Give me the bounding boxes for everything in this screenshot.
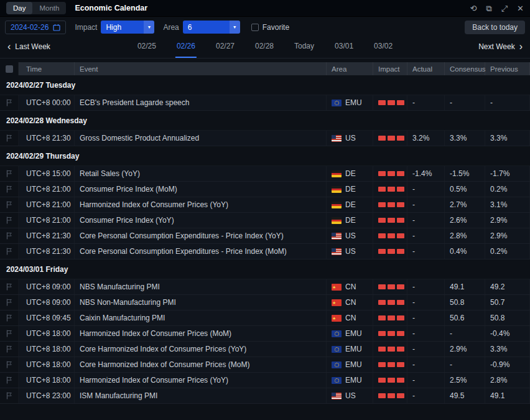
day-tab-02-26[interactable]: 02/26: [175, 35, 197, 58]
actual-value: -: [407, 295, 445, 310]
bookmark-icon[interactable]: [6, 314, 12, 322]
consensus-value: 49.1: [445, 279, 485, 294]
actual-value: -: [407, 182, 445, 197]
actual-value: -: [407, 228, 445, 243]
event-row[interactable]: UTC+8 00:00ECB's President Lagarde speec…: [0, 95, 530, 111]
event-row[interactable]: UTC+8 15:00Retail Sales (YoY)DE-1.4%-1.5…: [0, 166, 530, 182]
day-tab-03-01[interactable]: 03/01: [333, 35, 355, 58]
bookmark-icon[interactable]: [6, 201, 12, 208]
bookmark-icon[interactable]: [6, 345, 12, 353]
bookmark-icon[interactable]: [6, 134, 12, 142]
tab-month[interactable]: Month: [32, 2, 66, 14]
event-row[interactable]: UTC+8 18:00Core Harmonized Index of Cons…: [0, 342, 530, 357]
bookmark-icon[interactable]: [6, 299, 12, 306]
bookmark-cell[interactable]: [0, 182, 19, 197]
bookmark-icon[interactable]: [6, 232, 12, 240]
filter-bar: 2024-02-26 Impact High ▼ Area 6 ▼ Favori…: [0, 17, 530, 35]
bookmark-icon[interactable]: [6, 392, 12, 399]
bookmark-icon[interactable]: [6, 330, 12, 337]
bookmark-header-icon[interactable]: [0, 62, 19, 75]
day-tab-Today[interactable]: Today: [293, 35, 315, 58]
column-actual: Actual: [407, 62, 445, 75]
bookmark-cell[interactable]: [0, 357, 19, 372]
event-area: EMU: [327, 326, 373, 341]
bookmark-cell[interactable]: [0, 213, 19, 228]
event-row[interactable]: UTC+8 18:00Core Harmonized Index of Cons…: [0, 357, 530, 373]
actual-value: -: [407, 279, 445, 294]
bookmark-icon[interactable]: [6, 99, 12, 106]
bookmark-cell[interactable]: [0, 326, 19, 341]
chevron-down-icon: ▼: [230, 21, 240, 34]
bookmark-cell[interactable]: [0, 228, 19, 243]
eu-flag-icon: [332, 346, 342, 353]
bookmark-cell[interactable]: [0, 295, 19, 310]
impact-select[interactable]: High ▼: [101, 21, 154, 34]
chevron-down-icon: ▼: [144, 21, 154, 34]
impact-indicator: [373, 279, 407, 294]
event-row[interactable]: UTC+8 21:00Harmonized Index of Consumer …: [0, 197, 530, 213]
column-time: Time: [19, 62, 75, 75]
event-time: UTC+8 18:00: [19, 326, 75, 341]
next-week-button[interactable]: Next Week ›: [478, 35, 523, 58]
day-tab-02-25[interactable]: 02/25: [136, 35, 157, 58]
event-area: DE: [327, 213, 373, 228]
event-row[interactable]: UTC+8 21:30Core Personal Consumption Exp…: [0, 228, 530, 244]
checkbox-box[interactable]: [251, 24, 259, 31]
bookmark-icon[interactable]: [6, 170, 12, 177]
impact-indicator: [373, 326, 407, 341]
us-flag-icon: [332, 393, 342, 399]
de-flag-icon: [332, 186, 342, 193]
event-row[interactable]: UTC+8 09:00NBS Non-Manufacturing PMICN-5…: [0, 295, 530, 310]
event-row[interactable]: UTC+8 18:00Harmonized Index of Consumer …: [0, 373, 530, 388]
day-tab-02-27[interactable]: 02/27: [215, 35, 236, 58]
close-icon[interactable]: ✕: [517, 4, 524, 12]
bookmark-cell[interactable]: [0, 279, 19, 294]
bookmark-icon[interactable]: [6, 217, 12, 224]
area-select[interactable]: 6 ▼: [183, 21, 240, 34]
refresh-icon[interactable]: ⟲: [470, 4, 477, 12]
bookmark-cell[interactable]: [0, 310, 19, 325]
favorite-checkbox[interactable]: Favorite: [251, 23, 289, 32]
event-row[interactable]: UTC+8 21:00Consumer Price Index (YoY)DE-…: [0, 213, 530, 228]
bookmark-cell[interactable]: [0, 373, 19, 388]
bookmark-cell[interactable]: [0, 166, 19, 181]
bookmark-cell[interactable]: [0, 95, 19, 110]
bookmark-icon[interactable]: [6, 376, 12, 384]
event-name: Caixin Manufacturing PMI: [75, 310, 327, 325]
bookmark-cell[interactable]: [0, 244, 19, 259]
area-code: DE: [345, 185, 356, 194]
event-row[interactable]: UTC+8 21:30Core Personal Consumption Exp…: [0, 244, 530, 259]
event-row[interactable]: UTC+8 23:00ISM Manufacturing PMIUS-49.54…: [0, 388, 530, 404]
last-week-button[interactable]: ‹ Last Week: [7, 35, 50, 58]
popout-icon[interactable]: ⧉: [486, 4, 491, 12]
event-time: UTC+8 21:30: [19, 244, 75, 259]
event-row[interactable]: UTC+8 18:00Harmonized Index of Consumer …: [0, 326, 530, 342]
date-picker[interactable]: 2024-02-26: [5, 21, 66, 34]
event-name: Harmonized Index of Consumer Prices (YoY…: [75, 197, 327, 212]
bookmark-cell[interactable]: [0, 197, 19, 212]
bookmark-cell[interactable]: [0, 342, 19, 357]
event-row[interactable]: UTC+8 09:00NBS Manufacturing PMICN-49.14…: [0, 279, 530, 295]
actual-value: -: [407, 310, 445, 325]
event-row[interactable]: UTC+8 21:00Consumer Price Index (MoM)DE-…: [0, 182, 530, 197]
day-tab-03-02[interactable]: 03/02: [373, 35, 394, 58]
event-row[interactable]: UTC+8 09:45Caixin Manufacturing PMICN-50…: [0, 310, 530, 326]
bookmark-cell[interactable]: [0, 131, 19, 146]
actual-value: -: [407, 197, 445, 212]
bookmark-icon[interactable]: [6, 248, 12, 255]
previous-value: 2.9%: [485, 228, 530, 243]
expand-icon[interactable]: ⤢: [501, 4, 508, 12]
tab-day[interactable]: Day: [6, 2, 32, 14]
day-tab-02-28[interactable]: 02/28: [254, 35, 275, 58]
bookmark-icon[interactable]: [6, 361, 12, 368]
cn-flag-icon: [332, 299, 342, 306]
next-week-label: Next Week: [478, 42, 514, 51]
bookmark-cell[interactable]: [0, 388, 19, 403]
event-time: UTC+8 18:00: [19, 373, 75, 388]
actual-value: -: [407, 342, 445, 357]
event-row[interactable]: UTC+8 21:30Gross Domestic Product Annual…: [0, 131, 530, 146]
bookmark-icon[interactable]: [6, 185, 12, 193]
event-area: CN: [327, 295, 373, 310]
back-to-today-button[interactable]: Back to today: [465, 21, 525, 34]
bookmark-icon[interactable]: [6, 283, 12, 291]
